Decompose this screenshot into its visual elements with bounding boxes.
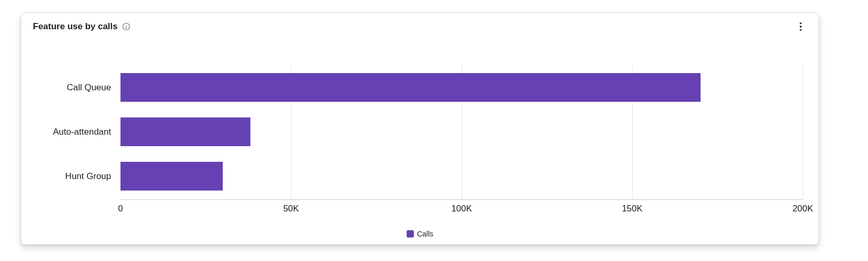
svg-point-1: [126, 25, 126, 25]
chart-legend: Calls: [406, 230, 433, 238]
bar-row: Call Queue: [120, 73, 803, 102]
bar-row: Hunt Group: [120, 162, 803, 191]
info-icon[interactable]: [122, 22, 130, 31]
chart-card: Feature use by calls 050K100K150K200KCal…: [21, 13, 819, 245]
bar: [120, 162, 223, 191]
y-axis-label: Call Queue: [67, 73, 111, 102]
chart-plot-area: 050K100K150K200KCall QueueAuto-attendant…: [120, 65, 803, 200]
more-options-button[interactable]: [794, 20, 807, 33]
x-axis-tick: 100K: [451, 204, 472, 214]
card-title: Feature use by calls: [33, 21, 118, 32]
bar: [120, 73, 701, 102]
bar: [120, 117, 250, 146]
bar-row: Auto-attendant: [120, 117, 803, 146]
legend-swatch: [406, 230, 414, 238]
y-axis-label: Auto-attendant: [53, 117, 111, 146]
grid-line: [803, 65, 803, 199]
x-axis-tick: 50K: [283, 204, 299, 214]
card-header: Feature use by calls: [33, 20, 807, 33]
y-axis-label: Hunt Group: [65, 162, 111, 191]
x-axis-tick: 0: [118, 204, 123, 214]
x-axis-tick: 200K: [792, 204, 813, 214]
x-axis-tick: 150K: [622, 204, 643, 214]
legend-label: Calls: [417, 230, 433, 238]
vertical-dots-icon: [800, 22, 802, 31]
